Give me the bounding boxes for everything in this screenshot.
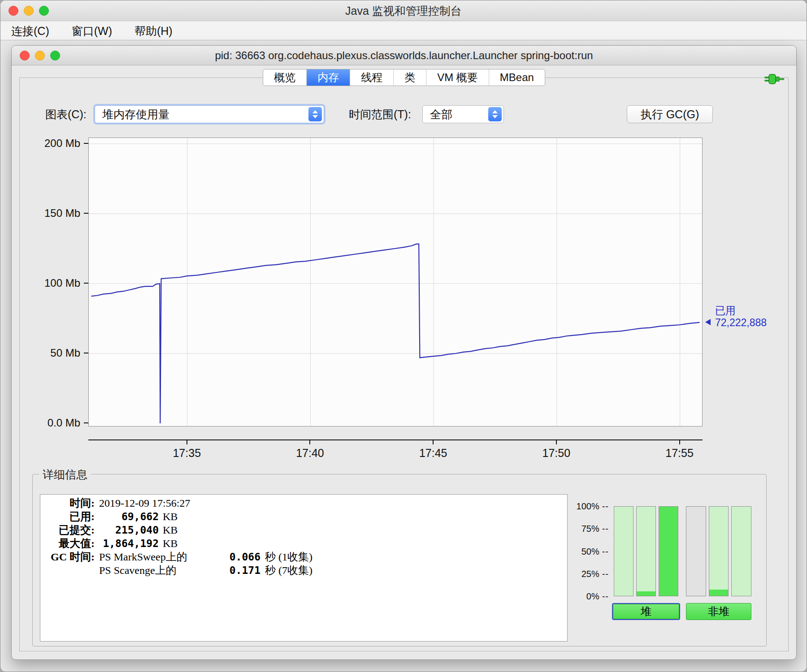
connection-plug-icon[interactable] <box>764 72 785 88</box>
y-axis-label: 150 Mb <box>22 207 80 220</box>
x-axis: 17:3517:4017:4517:5017:55 <box>88 439 703 466</box>
x-axis-tick <box>679 440 680 444</box>
menu-connection[interactable]: 连接(C) <box>4 22 56 40</box>
heap-pool-bar <box>636 506 656 596</box>
heap-pool-bar <box>659 506 678 596</box>
nonheap-pool-bar <box>731 506 751 596</box>
x-axis-label: 17:40 <box>283 447 337 460</box>
time-range-label: 时间范围(T): <box>349 105 411 123</box>
tab-memory[interactable]: 内存 <box>306 69 350 86</box>
chart-type-select[interactable]: 堆内存使用量 <box>95 105 324 123</box>
tab-overview[interactable]: 概览 <box>263 69 306 86</box>
y-axis-label: 0.0 Mb <box>22 416 80 430</box>
y-axis: 0.0 Mb50 Mb100 Mb150 Mb200 Mb <box>21 138 88 426</box>
nonheap-pool-bar <box>709 506 729 596</box>
details-legend: 详细信息 <box>39 467 91 482</box>
x-axis-tick <box>433 440 434 444</box>
x-axis-label: 17:45 <box>406 447 460 460</box>
annotation-arrow-icon <box>705 319 711 325</box>
detail-row-used: 已用: 69,662 KB <box>40 510 567 523</box>
tab-threads[interactable]: 线程 <box>350 69 393 86</box>
heap-button[interactable]: 堆 <box>612 603 680 620</box>
tab-mbean[interactable]: MBean <box>489 69 545 86</box>
y-axis-tick <box>84 143 88 144</box>
gauge-scale-50: 50%-- <box>562 546 609 557</box>
tab-vm-summary[interactable]: VM 概要 <box>426 69 489 86</box>
y-axis-tick <box>84 283 88 284</box>
chart-type-value: 堆内存使用量 <box>102 108 169 121</box>
x-axis-label: 17:35 <box>160 447 214 460</box>
heap-pool-bar <box>614 506 633 596</box>
y-axis-label: 50 Mb <box>22 346 80 360</box>
details-panel: 时间: 2019-12-09 17:56:27 已用: 69,662 KB 已提… <box>40 494 568 642</box>
chevron-updown-icon <box>308 107 322 121</box>
annotation-label: 已用 <box>715 305 767 317</box>
tab-classes[interactable]: 类 <box>393 69 426 86</box>
heap-pool-bars <box>614 506 678 596</box>
connection-frame: pid: 36663 org.codehaus.plexus.classworl… <box>11 45 797 660</box>
nonheap-pool-bars <box>686 506 751 596</box>
chart-controls: 图表(C): 堆内存使用量 时间范围(T): 全部 执行 GC(G) <box>12 105 796 123</box>
annotation-value: 72,222,888 <box>715 317 767 329</box>
detail-row-max: 最大值: 1,864,192 KB <box>40 537 567 550</box>
memory-tab-content: 概览 内存 线程 类 VM 概要 MBean 图表(C): <box>12 65 796 659</box>
y-axis-tick <box>84 353 88 353</box>
detail-row-committed: 已提交: 215,040 KB <box>40 523 567 537</box>
y-axis-label: 200 Mb <box>22 137 80 150</box>
inner-window-title: pid: 36663 org.codehaus.plexus.classworl… <box>12 46 796 65</box>
y-axis-tick <box>84 213 88 214</box>
menu-window[interactable]: 窗口(W) <box>65 22 119 40</box>
x-axis-tick <box>309 440 310 444</box>
x-axis-label: 17:55 <box>653 447 707 460</box>
heap-usage-chart <box>88 138 703 426</box>
details-groupbox: 详细信息 时间: 2019-12-09 17:56:27 已用: 69,662 … <box>32 474 767 646</box>
gauge-scale-25: 25%-- <box>562 568 609 580</box>
y-axis-tick <box>84 422 88 423</box>
nonheap-pool-bar <box>686 506 706 596</box>
nonheap-button[interactable]: 非堆 <box>686 603 751 620</box>
y-axis-label: 100 Mb <box>22 276 80 290</box>
outer-titlebar: Java 监视和管理控制台 <box>0 0 807 21</box>
x-axis-tick <box>187 440 187 444</box>
memory-gauges: 100%-- 75%-- 50%-- 25%-- 0%-- <box>562 506 761 627</box>
heap-usage-plot <box>89 138 702 426</box>
used-memory-annotation: 已用 72,222,888 <box>705 305 781 330</box>
window-title: Java 监视和管理控制台 <box>0 0 807 21</box>
tab-bar: 概览 内存 线程 类 VM 概要 MBean <box>263 69 545 86</box>
menubar: 连接(C) 窗口(W) 帮助(H) <box>0 22 807 40</box>
time-range-value: 全部 <box>430 108 452 121</box>
inner-titlebar: pid: 36663 org.codehaus.plexus.classworl… <box>12 46 796 65</box>
menu-help[interactable]: 帮助(H) <box>127 22 180 40</box>
gauge-scale-0: 0%-- <box>562 590 609 602</box>
detail-row-time: 时间: 2019-12-09 17:56:27 <box>40 496 567 510</box>
chevron-updown-icon <box>488 107 502 121</box>
chart-select-label: 图表(C): <box>45 105 87 123</box>
perform-gc-button[interactable]: 执行 GC(G) <box>627 105 713 123</box>
gauge-scale-75: 75%-- <box>562 523 609 534</box>
detail-row-gc-marksweep: GC 时间: PS MarkSweep上的 0.066 秒 (1收集) <box>40 550 567 564</box>
x-axis-label: 17:50 <box>529 447 583 460</box>
gauge-scale-100: 100%-- <box>562 500 609 512</box>
detail-row-gc-scavenge: PS Scavenge上的 0.171 秒 (7收集) <box>40 564 567 577</box>
time-range-select[interactable]: 全部 <box>422 105 504 123</box>
jconsole-window: Java 监视和管理控制台 连接(C) 窗口(W) 帮助(H) pid: 366… <box>0 0 807 672</box>
x-axis-tick <box>556 440 557 444</box>
